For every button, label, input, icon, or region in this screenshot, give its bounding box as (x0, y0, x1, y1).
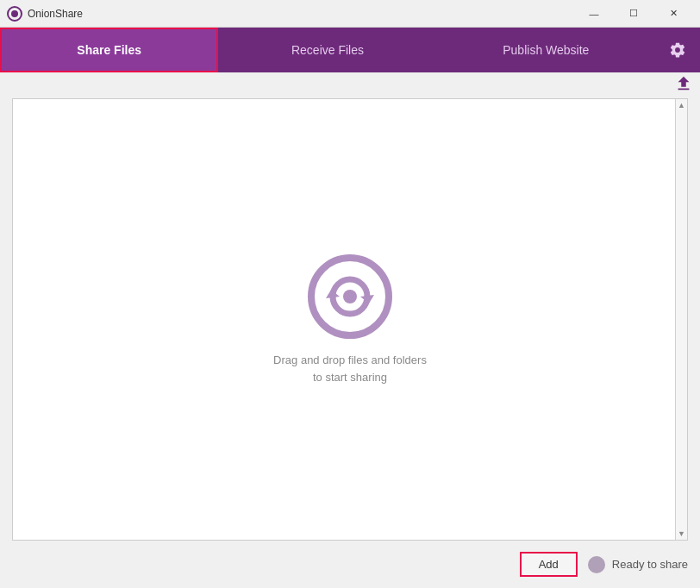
upload-icon[interactable] (674, 74, 693, 97)
title-bar: OnionShare — ☐ ✕ (0, 0, 700, 28)
status-text: Ready to share (612, 558, 688, 571)
tab-share-files-label: Share Files (77, 43, 141, 57)
main-content: Drag and drop files and folders to start… (0, 98, 700, 541)
add-button[interactable]: Add (520, 552, 578, 577)
tab-publish-website[interactable]: Publish Website (437, 28, 655, 72)
status-dot (588, 556, 605, 573)
settings-button[interactable] (655, 28, 700, 72)
status-area: Ready to share (588, 556, 688, 573)
app-title: OnionShare (28, 8, 574, 20)
tab-receive-files-label: Receive Files (291, 43, 364, 57)
scrollbar[interactable]: ▲ ▼ (675, 99, 687, 540)
drop-zone[interactable]: Drag and drop files and folders to start… (12, 98, 688, 541)
bottom-bar: Add Ready to share (0, 541, 700, 588)
drop-zone-icon (307, 253, 393, 340)
svg-point-5 (343, 290, 357, 303)
tab-share-files[interactable]: Share Files (0, 28, 218, 72)
drop-hint-line1: Drag and drop files and folders (273, 352, 427, 369)
minimize-button[interactable]: — (574, 0, 614, 28)
close-button[interactable]: ✕ (653, 0, 693, 28)
maximize-button[interactable]: ☐ (614, 0, 653, 28)
tab-publish-website-label: Publish Website (503, 43, 589, 57)
gear-icon (669, 41, 686, 59)
scroll-up-arrow[interactable]: ▲ (676, 99, 688, 111)
drop-hint-line2: to start sharing (273, 369, 427, 386)
nav-bar: Share Files Receive Files Publish Websit… (0, 28, 700, 72)
tab-receive-files[interactable]: Receive Files (218, 28, 436, 72)
drop-zone-hint: Drag and drop files and folders to start… (273, 352, 427, 385)
upload-bar (0, 72, 700, 98)
svg-point-1 (11, 10, 18, 17)
app-logo (7, 6, 22, 22)
window-controls: — ☐ ✕ (574, 0, 693, 28)
scroll-down-arrow[interactable]: ▼ (676, 528, 688, 540)
